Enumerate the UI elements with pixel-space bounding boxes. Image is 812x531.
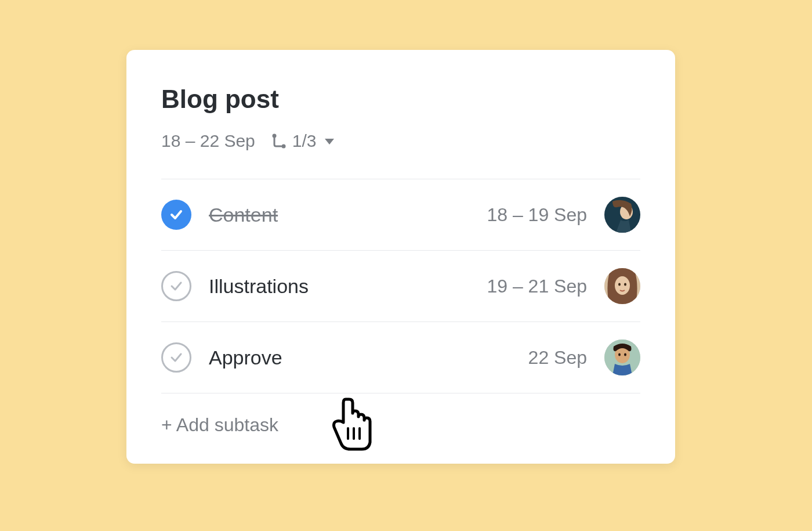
subtask-tree-icon <box>271 133 287 149</box>
svg-point-11 <box>624 353 626 356</box>
subtask-date[interactable]: 18 – 19 Sep <box>459 204 587 226</box>
task-meta-row: 18 – 22 Sep 1/3 <box>161 131 640 151</box>
subtask-row[interactable]: Approve 22 Sep <box>161 322 640 393</box>
subtask-row[interactable]: Content 18 – 19 Sep <box>161 179 640 251</box>
svg-point-10 <box>618 353 621 356</box>
subtask-date[interactable]: 19 – 21 Sep <box>459 276 587 297</box>
add-subtask-button[interactable]: + Add subtask <box>161 393 640 440</box>
assignee-avatar[interactable] <box>604 268 640 304</box>
svg-point-6 <box>618 283 621 286</box>
subtask-name[interactable]: Illustrations <box>209 275 442 298</box>
subtask-date[interactable]: 22 Sep <box>459 347 587 369</box>
assignee-avatar[interactable] <box>604 197 640 233</box>
subtask-count-label: 1/3 <box>292 131 317 151</box>
subtask-name[interactable]: Content <box>209 204 442 226</box>
subtask-row[interactable]: Illustrations 19 – 21 Sep <box>161 251 640 322</box>
subtask-list: Content 18 – 19 Sep Illustrations 19 – 2… <box>161 179 640 393</box>
task-date-range[interactable]: 18 – 22 Sep <box>161 131 255 151</box>
assignee-avatar[interactable] <box>604 339 640 375</box>
chevron-down-icon <box>325 139 334 145</box>
svg-point-1 <box>281 145 285 149</box>
task-card: Blog post 18 – 22 Sep 1/3 Content 18 – 1… <box>126 50 675 464</box>
subtask-count-dropdown[interactable]: 1/3 <box>271 131 334 151</box>
subtask-checkbox[interactable] <box>161 342 191 373</box>
subtask-checkbox[interactable] <box>161 200 191 230</box>
subtask-name[interactable]: Approve <box>209 346 442 369</box>
task-title[interactable]: Blog post <box>161 85 640 114</box>
subtask-checkbox[interactable] <box>161 271 191 301</box>
svg-point-5 <box>615 276 630 295</box>
svg-point-7 <box>624 283 626 286</box>
